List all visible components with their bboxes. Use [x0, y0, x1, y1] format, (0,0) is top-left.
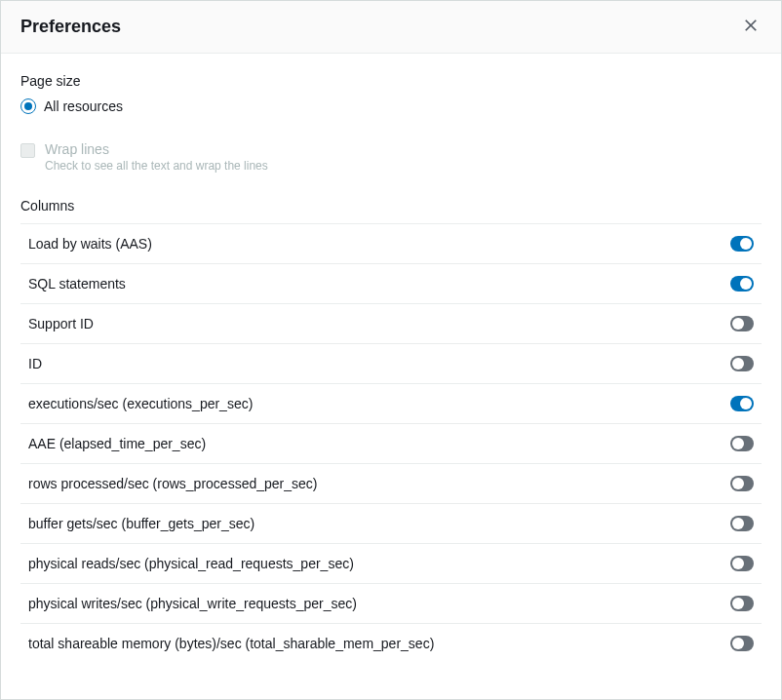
column-toggle[interactable] — [730, 516, 754, 531]
column-row: rows processed/sec (rows_processed_per_s… — [20, 464, 762, 504]
column-toggle[interactable] — [730, 476, 754, 491]
close-button[interactable] — [740, 15, 762, 39]
column-row: total shareable memory (bytes)/sec (tota… — [20, 624, 762, 663]
column-label: AAE (elapsed_time_per_sec) — [28, 436, 206, 451]
column-label: Support ID — [28, 316, 94, 331]
columns-label: Columns — [20, 198, 762, 214]
column-row: Support ID — [20, 304, 762, 344]
column-row: ID — [20, 344, 762, 384]
column-row: AAE (elapsed_time_per_sec) — [20, 424, 762, 464]
wrap-lines-label: Wrap lines — [45, 141, 268, 157]
column-toggle[interactable] — [730, 396, 754, 411]
column-toggle[interactable] — [730, 436, 754, 451]
column-row: executions/sec (executions_per_sec) — [20, 384, 762, 424]
wrap-lines-texts: Wrap lines Check to see all the text and… — [45, 141, 268, 173]
toggle-knob — [732, 558, 744, 569]
column-label: physical reads/sec (physical_read_reques… — [28, 556, 354, 571]
all-resources-label: All resources — [44, 98, 123, 114]
column-label: buffer gets/sec (buffer_gets_per_sec) — [28, 516, 254, 531]
column-label: SQL statements — [28, 276, 126, 292]
toggle-knob — [732, 518, 744, 529]
page-size-radio-row: All resources — [20, 98, 762, 114]
columns-section: Columns Load by waits (AAS)SQL statement… — [20, 198, 762, 663]
column-toggle[interactable] — [730, 316, 754, 331]
toggle-knob — [740, 278, 752, 290]
column-row: buffer gets/sec (buffer_gets_per_sec) — [20, 504, 762, 544]
column-label: executions/sec (executions_per_sec) — [28, 396, 253, 411]
wrap-lines-description: Check to see all the text and wrap the l… — [45, 159, 268, 173]
toggle-knob — [732, 358, 744, 369]
toggle-knob — [732, 318, 744, 330]
column-label: physical writes/sec (physical_write_requ… — [28, 596, 357, 611]
column-toggle[interactable] — [730, 276, 754, 292]
columns-list: Load by waits (AAS)SQL statementsSupport… — [20, 223, 762, 663]
modal-title: Preferences — [20, 17, 121, 37]
page-size-label: Page size — [20, 73, 762, 89]
toggle-knob — [732, 438, 744, 449]
column-toggle[interactable] — [730, 636, 754, 651]
column-label: rows processed/sec (rows_processed_per_s… — [28, 476, 317, 491]
column-toggle[interactable] — [730, 556, 754, 571]
column-row: physical writes/sec (physical_write_requ… — [20, 584, 762, 624]
column-label: ID — [28, 356, 42, 371]
wrap-lines-block: Wrap lines Check to see all the text and… — [20, 141, 762, 173]
toggle-knob — [740, 398, 752, 409]
modal-body: Page size All resources Wrap lines Check… — [1, 54, 781, 699]
modal-header: Preferences — [1, 1, 781, 54]
toggle-knob — [732, 478, 744, 489]
toggle-knob — [732, 638, 744, 649]
column-toggle[interactable] — [730, 596, 754, 611]
close-icon — [744, 19, 758, 35]
preferences-modal: Preferences Page size All resources Wrap… — [0, 0, 782, 700]
wrap-lines-checkbox[interactable] — [20, 143, 35, 158]
toggle-knob — [732, 598, 744, 609]
column-label: total shareable memory (bytes)/sec (tota… — [28, 636, 434, 651]
column-label: Load by waits (AAS) — [28, 236, 152, 252]
toggle-knob — [740, 238, 752, 250]
column-row: physical reads/sec (physical_read_reques… — [20, 544, 762, 584]
column-toggle[interactable] — [730, 236, 754, 252]
column-toggle[interactable] — [730, 356, 754, 371]
column-row: SQL statements — [20, 264, 762, 304]
column-row: Load by waits (AAS) — [20, 224, 762, 264]
all-resources-radio[interactable] — [20, 98, 36, 114]
